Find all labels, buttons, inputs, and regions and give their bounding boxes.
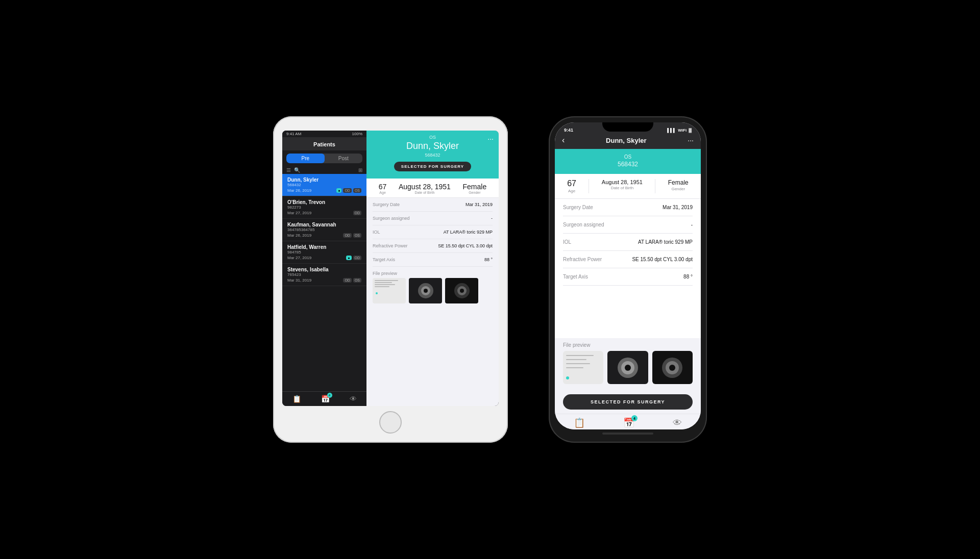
- iphone-iol-value: AT LARA® toric 929 MP: [638, 239, 693, 245]
- iphone-targetaxis-label: Target Axis: [563, 274, 588, 280]
- iphone-device: 9:41 ▌▌▌ WiFi ▓ ‹ Dunn, Skyler ··· OS 56…: [549, 116, 707, 443]
- ipad-patient-item[interactable]: Hatfield, Warren 984785 Mar 27, 2019 ● O…: [282, 241, 366, 264]
- refpower-label: Refractive Power: [373, 243, 408, 248]
- thumbnail-doc[interactable]: [373, 278, 406, 303]
- patients-tab-icon[interactable]: 📋: [292, 395, 301, 403]
- patient-date: Mar 26, 2019: [287, 188, 311, 193]
- iphone-dob-value: August 28, 1951: [602, 179, 643, 185]
- iphone-surgery-btn-wrap: SELECTED FOR SURGERY: [555, 388, 701, 414]
- badge-od: OD: [353, 211, 362, 215]
- eye-tab-icon[interactable]: 👁: [350, 395, 357, 403]
- iphone-iol-label: IOL: [563, 239, 571, 245]
- patient-id: 765423: [287, 272, 361, 277]
- thumbnail-eye-1[interactable]: [409, 278, 442, 303]
- stat-gender: Female Gender: [463, 183, 487, 194]
- surgeon-label: Surgeon assigned: [373, 216, 410, 221]
- iphone-surgery-date-row: Surgery Date Mar 31, 2019: [563, 199, 693, 216]
- iphone-gender-value: Female: [668, 179, 689, 186]
- schedule-tab-icon[interactable]: 📅 4: [321, 395, 330, 403]
- iphone-age-label: Age: [567, 189, 576, 193]
- gender-label: Gender: [463, 191, 487, 194]
- surgery-date-label: Surgery Date: [373, 202, 400, 207]
- patient-id: 984785: [287, 250, 361, 255]
- iphone-selected-for-surgery-button[interactable]: SELECTED FOR SURGERY: [563, 394, 693, 410]
- ipad-file-thumbnails: [373, 278, 493, 303]
- detail-patient-name: Dunn, Skyler: [373, 141, 493, 151]
- ipad-patient-item[interactable]: O'Brien, Trevon 982273 Mar 27, 2019 OD: [282, 196, 366, 219]
- surgeon-value: -: [491, 216, 493, 221]
- ipad-patient-item[interactable]: Kaufman, Savannah 364785364785 Mar 26, 2…: [282, 219, 366, 241]
- patient-date-row: Mar 27, 2019 OD: [287, 211, 361, 215]
- iphone-thumb-doc[interactable]: [563, 351, 603, 384]
- ipad-segment-control[interactable]: Pre Post: [286, 154, 362, 163]
- patient-badges: OD: [353, 211, 362, 215]
- teal-badge: ●: [346, 256, 351, 260]
- stat-separator: [589, 179, 589, 193]
- ipad-patient-item[interactable]: Stevens, Isabella 765423 Mar 31, 2019 OD…: [282, 264, 366, 286]
- patient-badges: OD OS: [343, 278, 361, 283]
- patient-id: 364785364785: [287, 227, 361, 232]
- iphone-detail-header: OS 568432: [555, 149, 701, 174]
- ipad-tab-pre[interactable]: Pre: [286, 154, 325, 163]
- ipad-battery: 100%: [352, 132, 362, 136]
- patient-name: Dunn, Skyler: [287, 177, 361, 183]
- battery-icon: ▓: [689, 128, 692, 133]
- iphone-eye-tab[interactable]: 👁: [673, 418, 682, 428]
- iphone-patients-tab[interactable]: 📋: [574, 417, 585, 428]
- iphone-schedule-tab[interactable]: 📅 4: [623, 417, 634, 428]
- ipad-tab-post[interactable]: Post: [325, 154, 363, 163]
- patient-badges: ● OD OS: [336, 188, 361, 193]
- iol-row: IOL AT LARA® toric 929 MP: [373, 225, 493, 239]
- stat-dob: August 28, 1951 Date of Birth: [399, 183, 451, 194]
- iol-label: IOL: [373, 230, 380, 235]
- iphone-stat-dob: August 28, 1951 Date of Birth: [602, 179, 643, 193]
- file-preview-label: File preview: [373, 271, 493, 276]
- patient-badges: ● OD: [346, 256, 361, 260]
- iphone-targetaxis-row: Target Axis 88 °: [563, 268, 693, 286]
- ipad-toolbar-row: ☰ 🔍 ⊞: [282, 166, 366, 174]
- iphone-refpower-label: Refractive Power: [563, 257, 602, 262]
- nav-title: Dunn, Skyler: [606, 137, 646, 144]
- iphone-surgeon-value: -: [691, 222, 693, 227]
- nav-menu-dots[interactable]: ···: [688, 136, 694, 144]
- gender-value: Female: [463, 183, 487, 191]
- ipad-patient-list: Dunn, Skyler 568432 Mar 26, 2019 ● OD OS…: [282, 174, 366, 391]
- badge-os: OS: [353, 233, 361, 238]
- iphone-thumb-eye-2[interactable]: [652, 351, 693, 384]
- surgery-date-row: Surgery Date Mar 31, 2019: [373, 198, 493, 212]
- grid-icon[interactable]: ⊞: [358, 167, 362, 173]
- iphone-detail-rows: Surgery Date Mar 31, 2019 Surgeon assign…: [555, 199, 701, 338]
- patient-date-row: Mar 26, 2019 OD OS: [287, 233, 361, 238]
- iphone-thumb-eye-1[interactable]: [607, 351, 648, 384]
- list-icon[interactable]: ☰: [286, 167, 291, 173]
- detail-menu-dots[interactable]: ···: [487, 135, 494, 143]
- ipad-home-button[interactable]: [379, 411, 402, 434]
- ipad-patient-item[interactable]: Dunn, Skyler 568432 Mar 26, 2019 ● OD OS: [282, 174, 366, 196]
- patient-badges: OD OS: [343, 233, 361, 238]
- iphone-refpower-row: Refractive Power SE 15.50 dpt CYL 3.00 d…: [563, 251, 693, 268]
- patient-name: Stevens, Isabella: [287, 267, 361, 272]
- ipad-time: 9:41 AM: [286, 132, 301, 136]
- iphone-dob-label: Date of Birth: [602, 186, 643, 190]
- surgery-date-value: Mar 31, 2019: [465, 202, 493, 207]
- teal-badge: ●: [336, 188, 341, 193]
- detail-eye-label: OS: [373, 135, 493, 140]
- patient-name: Kaufman, Savannah: [287, 222, 361, 227]
- ipad-sidebar: 9:41 AM 100% Patients Pre Post ☰ 🔍 ⊞ Dun…: [282, 131, 366, 406]
- iphone-nav-bar: ‹ Dunn, Skyler ···: [555, 134, 701, 149]
- iphone-screen: 9:41 ▌▌▌ WiFi ▓ ‹ Dunn, Skyler ··· OS 56…: [555, 122, 701, 429]
- iphone-refpower-value: SE 15.50 dpt CYL 3.00 dpt: [632, 257, 693, 262]
- iphone-tab-bar: 📋 📅 4 👁: [555, 414, 701, 429]
- iphone-file-preview-label: File preview: [563, 342, 693, 348]
- targetaxis-value: 88 °: [484, 257, 493, 262]
- back-button[interactable]: ‹: [562, 136, 565, 145]
- ipad-tab-bar: 📋 📅 4 👁: [282, 391, 366, 406]
- thumbnail-eye-2[interactable]: [445, 278, 478, 303]
- search-icon[interactable]: 🔍: [294, 167, 300, 173]
- patient-name: Hatfield, Warren: [287, 244, 361, 250]
- selected-for-surgery-button[interactable]: SELECTED FOR SURGERY: [394, 162, 471, 171]
- iphone-thumbnails: [563, 351, 693, 384]
- iphone-status-icons: ▌▌▌ WiFi ▓: [667, 128, 692, 133]
- signal-icon: ▌▌▌: [667, 128, 676, 133]
- iol-value: AT LARA® toric 929 MP: [444, 230, 493, 235]
